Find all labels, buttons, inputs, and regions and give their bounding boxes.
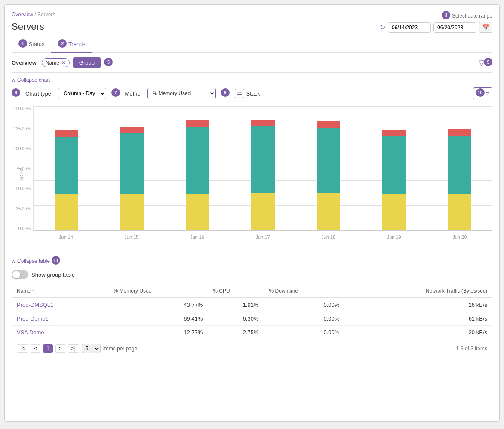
cell-downtime: 0.00% <box>264 298 344 312</box>
cell-network: 26 kB/s <box>344 298 492 312</box>
collapse-chart-label: Collapse chart <box>17 77 50 83</box>
bar-red-segment <box>317 121 340 128</box>
cell-downtime: 0.00% <box>264 326 344 339</box>
refresh-icon[interactable]: ↻ <box>380 23 385 31</box>
badge-8: 8 <box>221 88 230 97</box>
calendar-button[interactable]: 📅 <box>479 22 492 33</box>
bar-red-segment <box>448 129 471 135</box>
pag-page-1-btn[interactable]: 1 <box>43 344 53 353</box>
y-label-50: 50.00% <box>16 186 31 191</box>
badge-7: 7 <box>111 88 120 97</box>
col-network[interactable]: Network Traffic (Bytes/sec) <box>344 284 492 298</box>
cell-cpu: 1.92% <box>208 298 264 312</box>
cell-name[interactable]: VSA Demo <box>12 326 108 339</box>
start-date-input[interactable] <box>388 22 431 33</box>
bar-column <box>180 106 215 230</box>
collapse-chart-link[interactable]: ∧ Collapse chart <box>12 77 492 83</box>
x-label: Jun 19 <box>361 232 427 244</box>
y-label-125: 125.00% <box>14 127 31 131</box>
server-link[interactable]: VSA Demo <box>17 329 44 336</box>
badge-9: 9 <box>484 58 492 66</box>
bar-teal-segment <box>317 128 340 193</box>
sort-arrow-name: ↑ <box>32 289 34 293</box>
breadcrumb-current: Servers <box>37 12 55 18</box>
cell-cpu: 6.30% <box>208 312 264 326</box>
bar-red-segment <box>55 130 78 137</box>
x-label: Jun 18 <box>295 232 361 244</box>
badge-2: 2 <box>58 39 67 48</box>
stack-label: Stack <box>246 90 261 97</box>
data-table: Name ↑ % Memory Used % CPU % Downtime Ne… <box>12 284 492 339</box>
collapse-table-arrow: ∧ <box>12 258 15 264</box>
table-row: Prod-DMSQL1 43.77% 1.92% 0.00% 26 kB/s <box>12 298 492 312</box>
tab-trends-label: Trends <box>68 41 86 47</box>
pag-next-btn[interactable]: > <box>55 344 65 353</box>
bar-teal-segment <box>186 127 209 194</box>
svg-rect-0 <box>237 94 242 95</box>
badge-3: 3 <box>442 11 450 19</box>
pag-last-btn[interactable]: >| <box>68 344 79 353</box>
bar-teal-segment <box>448 136 471 194</box>
filter-close-icon[interactable]: ✕ <box>61 59 66 66</box>
bar-yellow-segment <box>382 194 406 230</box>
cell-name[interactable]: Prod-DMSQL1 <box>12 298 108 312</box>
tab-status[interactable]: 1 Status <box>12 37 51 53</box>
bar-teal-segment <box>251 126 275 193</box>
pag-prev-btn[interactable]: < <box>31 344 40 353</box>
server-link[interactable]: Prod-Demo1 <box>17 315 49 322</box>
server-link[interactable]: Prod-DMSQL1 <box>17 302 53 308</box>
end-date-input[interactable] <box>433 22 476 33</box>
bars-container <box>33 106 492 231</box>
per-page-select[interactable]: 5 10 25 <box>82 344 101 353</box>
bar-teal-segment <box>120 133 144 194</box>
bar-red-segment <box>382 130 406 136</box>
chart-type-label: Chart type: <box>25 90 53 97</box>
y-label-0: 0.00% <box>18 226 31 231</box>
col-downtime[interactable]: % Downtime <box>264 284 344 298</box>
stack-toggle[interactable]: Stack <box>235 89 261 98</box>
chart-area: 0.00% 25.00% 50.00% 75.00% 100.00% 125.0… <box>12 106 492 244</box>
pag-first-btn[interactable]: |< <box>17 344 28 353</box>
bar-column <box>443 106 477 230</box>
y-label-25: 25.00% <box>16 207 31 211</box>
tabs-row: 1 Status 2 Trends <box>12 37 492 53</box>
cell-downtime: 0.00% <box>264 312 344 326</box>
y-axis-title: %CPU <box>19 168 24 182</box>
toggle-knob <box>12 271 20 278</box>
badge-1: 1 <box>18 39 27 48</box>
x-label: Jun 16 <box>164 232 230 244</box>
tab-trends[interactable]: 2 Trends <box>51 37 92 53</box>
cell-memory: 69.41% <box>108 312 208 326</box>
chart-type-select[interactable]: Column - Day <box>58 88 106 99</box>
svg-rect-1 <box>237 92 242 93</box>
chart-controls: 6 Chart type: Column - Day 7 Metric: % M… <box>12 87 492 99</box>
bar-yellow-segment <box>251 193 275 230</box>
badge-6: 6 <box>12 88 20 97</box>
col-cpu[interactable]: % CPU <box>208 284 264 298</box>
list-icon: ≡ <box>486 90 489 96</box>
cell-name[interactable]: Prod-Demo1 <box>12 312 108 326</box>
bar-column <box>115 106 149 230</box>
bar-column <box>49 106 83 230</box>
table-row: Prod-Demo1 69.41% 6.30% 0.00% 61 kB/s <box>12 312 492 326</box>
bar-yellow-segment <box>186 194 209 230</box>
tab-status-label: Status <box>29 41 45 47</box>
breadcrumb-overview-link[interactable]: Overview <box>12 12 33 18</box>
name-filter-tag[interactable]: Name ✕ <box>42 58 70 67</box>
col-name[interactable]: Name ↑ <box>12 284 108 298</box>
x-axis: Jun 14Jun 15Jun 16Jun 17Jun 18Jun 19Jun … <box>33 232 492 244</box>
group-button[interactable]: Group <box>73 57 101 68</box>
date-range-section: 3 Select date range ↻ 📅 <box>380 12 492 33</box>
show-group-row: Show group table <box>12 270 492 279</box>
badge-11: 11 <box>52 256 60 265</box>
stack-icon <box>235 89 244 98</box>
bar-column <box>246 106 280 230</box>
list-icon-button[interactable]: 10 ≡ <box>473 87 492 99</box>
collapse-chart-arrow: ∧ <box>12 77 15 83</box>
show-group-toggle[interactable] <box>12 270 28 279</box>
cell-cpu: 2.75% <box>208 326 264 339</box>
metric-select[interactable]: % Memory Used <box>147 88 216 99</box>
col-memory[interactable]: % Memory Used <box>108 284 208 298</box>
x-label: Jun 20 <box>427 232 492 244</box>
collapse-table-link[interactable]: ∧ Collapse table 11 <box>12 257 492 265</box>
